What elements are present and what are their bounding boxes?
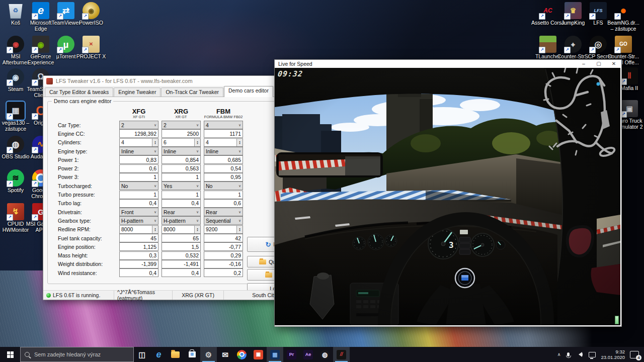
turbocharged-select-xfg[interactable]: No∨ (119, 182, 158, 190)
maximize-button[interactable]: ▢ (591, 60, 606, 68)
turbo-pressure-input-xrg[interactable]: 1 (162, 191, 201, 199)
microphone-icon[interactable] (567, 352, 570, 356)
game-viewport[interactable]: 3 (275, 68, 620, 325)
fuel-tank-capacity-input-xfg[interactable]: 45 (119, 234, 158, 242)
desktop-icon-project-x[interactable]: ✕↗PROJECT X (78, 36, 104, 69)
engine-type-select-fbm[interactable]: Inline∨ (204, 147, 243, 155)
taskbar-chrome[interactable] (233, 347, 250, 362)
desktop-icon-poweriso[interactable]: ◉↗PowerISO (78, 2, 104, 35)
cylinders-spinner-xfg[interactable]: 4▴▾ (119, 138, 158, 147)
notifications-icon[interactable]: 4 (630, 351, 639, 358)
power-1-input-xfg[interactable]: 0,83 (119, 155, 158, 164)
engine-cc-input-xrg[interactable]: 2500 (162, 129, 201, 138)
weight-distribution-input-xrg[interactable]: -1,491 (162, 260, 201, 268)
turbo-pressure-input-fbm[interactable]: 1 (204, 191, 243, 199)
spinner-arrows-icon[interactable]: ▴▾ (152, 139, 158, 146)
engine-cc-input-xfg[interactable]: 1298,392 (119, 129, 158, 138)
start-button[interactable] (0, 347, 20, 362)
spinner-arrows-icon[interactable]: ▴▾ (194, 226, 200, 233)
tweaker-titlebar[interactable]: LFS Tweaker v1.6 - for LFS 0.6T - www.lf… (43, 76, 305, 86)
desktop-icon-jumpking[interactable]: ♛↗JumpKing (560, 2, 586, 35)
spinner-arrows-icon[interactable]: ▴▾ (152, 226, 158, 233)
game-titlebar[interactable]: Live for Speed – ▢ ✕ (275, 60, 621, 68)
redline-rpm-spinner-xrg[interactable]: 8000▴▾ (162, 225, 201, 234)
turbocharged-select-xrg[interactable]: Yes∨ (162, 182, 201, 190)
tray-clock[interactable]: 9:32 23.01.2020 (601, 349, 625, 360)
turbo-lag-input-xrg[interactable]: 0,4 (162, 199, 201, 208)
power-1-input-xrg[interactable]: 0,854 (162, 155, 201, 164)
redline-rpm-spinner-xfg[interactable]: 8000▴▾ (119, 225, 158, 234)
taskbar-after-effects[interactable]: Ae (300, 347, 316, 362)
engine-position-input-xrg[interactable]: 1,5 (162, 242, 201, 251)
taskbar-obs-studio[interactable]: ◍ (316, 347, 333, 362)
spinner-arrows-icon[interactable]: ▴▾ (236, 139, 243, 146)
tab-demo-cars-editor[interactable]: Demo cars editor (224, 86, 273, 97)
taskbar-image-app[interactable]: ▣ (250, 347, 267, 362)
drivetrain-select-xfg[interactable]: Front∨ (119, 208, 158, 216)
tab-car-type-editor-tweaks[interactable]: Car Type Editor & tweaks (45, 87, 113, 97)
gearbox-type-select-xfg[interactable]: H-pattern∨ (119, 216, 158, 225)
volume-icon[interactable] (576, 352, 582, 357)
car-type-select-xrg[interactable]: 2∨ (162, 121, 201, 129)
spinner-arrows-icon[interactable]: ▴▾ (194, 139, 200, 146)
taskbar-mail[interactable]: ✉ (217, 347, 233, 362)
power-3-input-xfg[interactable]: 1 (119, 173, 158, 182)
desktop-icon-geforce-experience[interactable]: ◉↗GeForce Experience (28, 36, 53, 69)
mass-height-input-xfg[interactable]: 0,3 (119, 251, 158, 260)
turbocharged-select-fbm[interactable]: No∨ (204, 182, 243, 190)
spinner-arrows-icon[interactable]: ▴▾ (236, 226, 243, 233)
wind-resistance-input-xfg[interactable]: 0,4 (119, 268, 158, 277)
tab-on-track-car-tweaker[interactable]: On-Track Car Tweaker (161, 87, 223, 97)
taskbar-premiere-pro[interactable]: Pr (283, 347, 300, 362)
turbo-lag-input-xfg[interactable]: 0,4 (119, 199, 158, 208)
car-type-select-fbm[interactable]: 4∨ (204, 121, 243, 129)
engine-position-input-xfg[interactable]: 1,125 (119, 242, 158, 251)
taskbar-lfs-game[interactable]: // (333, 347, 350, 362)
engine-cc-input-fbm[interactable]: 1171 (204, 129, 243, 138)
mass-height-input-xrg[interactable]: 0,532 (162, 251, 201, 260)
taskbar-task-view[interactable]: ◫ (134, 347, 150, 362)
desktop-icon-microsoft-edge[interactable]: e↗Microsoft Edge (28, 2, 53, 35)
turbo-pressure-input-xfg[interactable]: 1 (119, 191, 158, 199)
taskbar-photos-app[interactable]: ▦ (267, 347, 283, 362)
desktop-icon-vegas130[interactable]: ▦↗vegas130 – zástupce (3, 102, 28, 135)
cylinders-spinner-fbm[interactable]: 4▴▾ (204, 138, 243, 147)
cylinders-spinner-xrg[interactable]: 6▴▾ (162, 138, 201, 147)
desktop-icon-teamviewer[interactable]: ⇄↗TeamViewer (53, 2, 78, 35)
drivetrain-select-fbm[interactable]: Rear∨ (204, 208, 243, 216)
redline-rpm-spinner-fbm[interactable]: 9200▴▾ (204, 225, 243, 234)
power-3-input-xrg[interactable]: 1 (162, 173, 201, 182)
desktop-icon-assetto-corsa[interactable]: AC↗Assetto Corsa (535, 2, 560, 35)
mass-height-input-fbm[interactable]: 0,29 (204, 251, 243, 260)
close-button[interactable]: ✕ (606, 60, 621, 68)
power-3-input-fbm[interactable]: 0,95 (204, 173, 243, 182)
desktop-icon-utorrent[interactable]: µ↗µTorrent (53, 36, 78, 69)
network-icon[interactable] (589, 352, 596, 357)
minimize-button[interactable]: – (576, 60, 591, 68)
search-input[interactable] (33, 351, 129, 358)
taskbar-search[interactable] (20, 347, 134, 362)
wind-resistance-input-fbm[interactable]: 0,2 (204, 268, 243, 277)
power-2-input-fbm[interactable]: 0,54 (204, 164, 243, 173)
wind-resistance-input-xrg[interactable]: 0,4 (162, 268, 201, 277)
power-2-input-xrg[interactable]: 0,563 (162, 164, 201, 173)
drivetrain-select-xrg[interactable]: Rear∨ (162, 208, 201, 216)
tab-engine-tweaker[interactable]: Engine Tweaker (114, 87, 160, 97)
desktop-icon-beamng-drive[interactable]: ●↗BeamNG.dr... – zástupce (611, 2, 636, 35)
taskbar-edge[interactable]: e (150, 347, 167, 362)
taskbar-store[interactable]: ⊞ (184, 347, 200, 362)
taskbar-lfs-tweaker[interactable]: ⚙ (200, 347, 217, 362)
taskbar-file-explorer[interactable] (167, 347, 184, 362)
weight-distribution-input-xfg[interactable]: -1,399 (119, 260, 158, 268)
desktop-icon-obs-studio[interactable]: ◍↗OBS Studio (3, 136, 28, 169)
power-2-input-xfg[interactable]: 0,6 (119, 164, 158, 173)
weight-distribution-input-fbm[interactable]: -0,16 (204, 260, 243, 268)
engine-position-input-fbm[interactable]: -0,77 (204, 242, 243, 251)
fuel-tank-capacity-input-xrg[interactable]: 65 (162, 234, 201, 242)
tray-chevron-icon[interactable]: ∧ (557, 352, 561, 357)
fuel-tank-capacity-input-fbm[interactable]: 42 (204, 234, 243, 242)
gearbox-type-select-fbm[interactable]: Sequential∨ (204, 216, 243, 225)
car-type-select-xfg[interactable]: 2∨ (119, 121, 158, 129)
gearbox-type-select-xrg[interactable]: H-pattern∨ (162, 216, 201, 225)
engine-type-select-xfg[interactable]: Inline∨ (119, 147, 158, 155)
